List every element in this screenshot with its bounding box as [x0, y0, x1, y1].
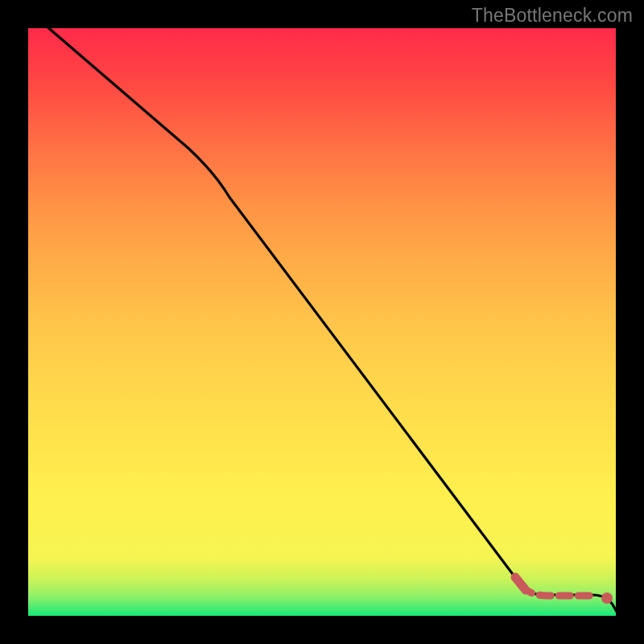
curve-highlight-dashed	[522, 587, 592, 596]
chart-svg	[28, 28, 616, 616]
curve-highlight-solid	[515, 577, 526, 590]
plot-area	[28, 28, 616, 616]
chart-frame: TheBottleneck.com	[0, 0, 644, 644]
curve-main	[28, 10, 619, 616]
watermark-text: TheBottleneck.com	[472, 5, 633, 27]
marker-dot	[601, 592, 613, 604]
